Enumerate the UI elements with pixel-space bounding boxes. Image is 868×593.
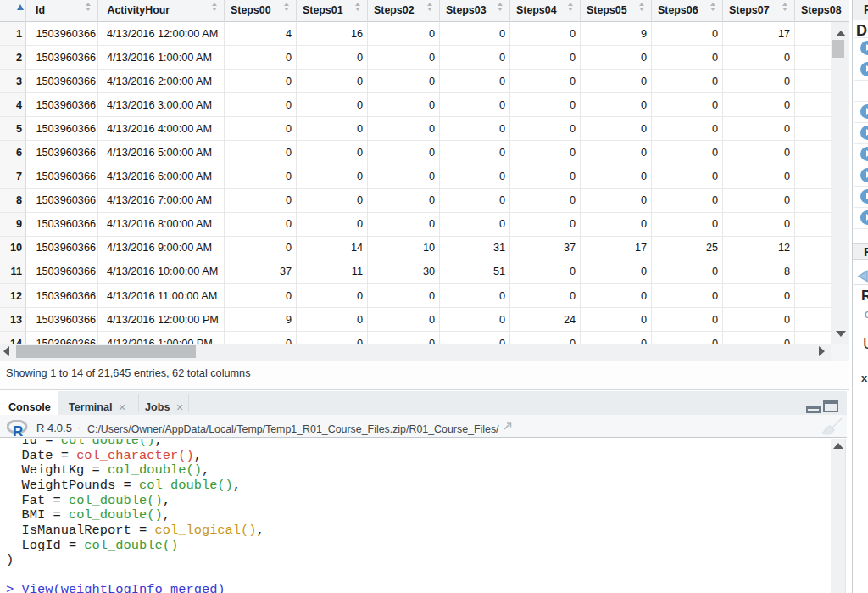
svg-text:R: R (13, 423, 23, 439)
